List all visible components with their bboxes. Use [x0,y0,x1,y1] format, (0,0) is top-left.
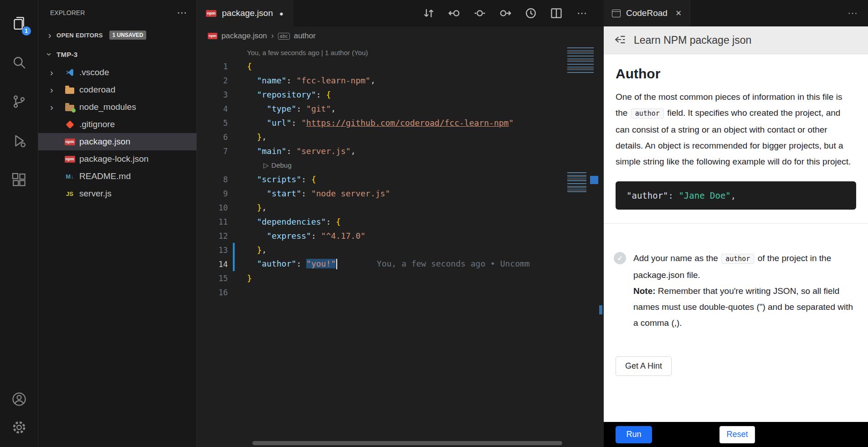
code-line-1[interactable]: 1{ [197,59,604,73]
blame-codelens[interactable]: You, a few seconds ago | 1 author (You) [197,46,604,59]
breadcrumb-file[interactable]: package.json [221,31,267,41]
tutorial-title: Learn NPM package json [634,34,751,46]
git-branch-icon [11,93,27,112]
extensions-activity-button[interactable] [0,161,38,200]
horizontal-scrollbar[interactable] [252,441,562,445]
line-number: 11 [197,217,228,226]
lesson-heading: Author [616,66,856,82]
lesson-content: Author One of the most common pieces of … [604,54,868,422]
close-icon[interactable]: × [676,8,682,18]
panel-more-icon[interactable]: ⋯ [847,7,858,19]
dirty-indicator-icon: ● [279,10,283,17]
code-line-7[interactable]: 7 "main": "server.js", [197,144,604,158]
code-line-3[interactable]: 3 "repository": { [197,87,604,102]
breadcrumb-separator-icon: › [271,31,274,41]
gutter [228,271,247,285]
tutorial-header: Learn NPM package json [604,26,868,54]
line-number: 15 [197,274,228,283]
git-icon [64,119,76,129]
tree-item-.gitignore[interactable]: .gitignore [38,116,196,133]
tree-item-.vscode[interactable]: ›.vscode [38,64,196,81]
code-line-10[interactable]: 10 }, [197,200,604,215]
code-line-12[interactable]: 12 "express": "^4.17.0" [197,229,604,243]
tree-item-package.json[interactable]: npmpackage.json [38,133,196,150]
line-number: 9 [197,189,228,198]
line-number: 2 [197,76,228,85]
breadcrumb: npm package.json › abc author [197,26,604,46]
code-text: "express": "^4.17.0" [247,231,365,241]
code-line-5[interactable]: 5 "url": "https://github.com/coderoad/fc… [197,116,604,130]
tree-item-label: server.js [79,189,112,199]
code-text: "start": "node server.js" [247,189,390,198]
workspace-root-header[interactable]: › TMP-3 [38,45,196,64]
swap-changes-icon[interactable] [422,7,435,20]
tree-item-node_modules[interactable]: ›node_modules [38,98,196,116]
coderoad-panel: CodeRoad × ⋯ Learn NPM package json Auth… [604,0,868,447]
run-debug-icon [11,133,27,151]
tab-package-json[interactable]: npm package.json ● [197,0,293,26]
editor-more-actions-icon[interactable]: ⋯ [575,7,588,20]
npm-icon: npm [206,10,216,17]
divider [604,223,868,224]
line-number: 16 [197,288,228,297]
code-line-11[interactable]: 11 "dependencies": { [197,215,604,229]
tree-item-README.md[interactable]: M↓README.md [38,168,196,185]
toc-back-icon[interactable] [614,35,627,46]
code-line-4[interactable]: 4 "type": "git", [197,102,604,116]
code-line-9[interactable]: 9 "start": "node server.js" [197,186,604,200]
tree-item-server.js[interactable]: JSserver.js [38,185,196,202]
minimap-code-block [567,47,594,75]
codelens-debug[interactable]: ▷Debug [197,158,604,172]
line-number: 7 [197,147,228,156]
code-editor[interactable]: You, a few seconds ago | 1 author (You) … [197,46,604,447]
extensions-icon [11,172,27,190]
tab-coderoad[interactable]: CodeRoad × [604,0,690,26]
run-debug-activity-button[interactable] [0,122,38,161]
line-number: 6 [197,133,228,142]
account-button[interactable] [0,386,38,414]
next-change-icon[interactable] [499,7,512,20]
code-line-14[interactable]: 14 "author": "you!" You, a few seconds a… [197,257,604,271]
source-control-activity-button[interactable] [0,83,38,122]
task-item: ✓ Add your name as the author of the pro… [614,250,856,331]
code-text: }, [247,132,267,142]
minimap[interactable] [565,46,604,301]
gutter [228,130,247,144]
tree-item-label: coderoad [79,85,115,95]
explorer-more-icon[interactable]: ⋯ [177,7,187,19]
previous-change-icon[interactable] [448,7,461,20]
get-hint-button[interactable]: Get A Hint [616,356,672,376]
task-check-icon: ✓ [614,252,626,264]
line-number: 3 [197,90,228,99]
tree-item-label: package.json [79,137,130,147]
file-tree: ›.vscode›coderoad›node_modules.gitignore… [38,64,196,202]
tree-item-label: node_modules [79,102,136,112]
open-editors-header[interactable]: › OPEN EDITORS 1 UNSAVED [38,26,196,45]
breadcrumb-symbol[interactable]: author [294,31,316,41]
tree-item-package-lock.json[interactable]: npmpackage-lock.json [38,150,196,168]
tree-item-label: package-lock.json [79,154,149,164]
code-line-2[interactable]: 2 "name": "fcc-learn-npm", [197,73,604,87]
settings-button[interactable] [0,414,38,442]
code-line-16[interactable]: 16 [197,285,604,299]
code-line-13[interactable]: 13 }, [197,243,604,257]
code-line-15[interactable]: 15} [197,271,604,285]
tree-item-coderoad[interactable]: ›coderoad [38,81,196,98]
search-activity-button[interactable] [0,44,38,83]
code-line-8[interactable]: 8 "scripts": { [197,172,604,186]
change-indicator-icon[interactable] [473,7,486,20]
gutter [228,87,247,102]
code-text: "type": "git", [247,104,336,113]
reset-button[interactable]: Reset [719,426,755,443]
code-line-6[interactable]: 6 }, [197,130,604,144]
run-button[interactable]: Run [616,426,652,443]
split-editor-icon[interactable] [550,7,563,20]
example-code: "author": "Jane Doe", [616,181,856,210]
gutter [228,186,247,200]
play-icon: ▷ [263,161,269,170]
clock-icon[interactable] [524,7,537,20]
explorer-activity-button[interactable]: 1 [0,5,38,44]
minimap-code-block [567,172,586,192]
lesson-paragraph: One of the most common pieces of informa… [616,89,856,170]
node-modules-folder-icon [64,102,76,112]
